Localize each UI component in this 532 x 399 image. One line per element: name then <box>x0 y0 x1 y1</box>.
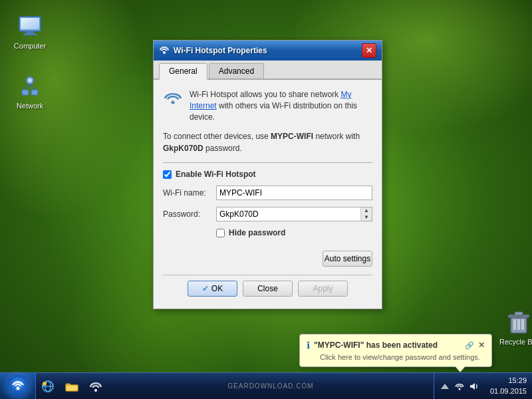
system-clock[interactable]: 15:29 01.09.2015 <box>485 376 532 396</box>
wifi-name-input[interactable] <box>216 186 372 200</box>
computer-icon-label: Computer <box>14 42 46 51</box>
svg-rect-6 <box>22 90 29 95</box>
dialog-bottom-buttons: ✔ OK Close Apply <box>163 275 372 299</box>
svg-point-27 <box>458 388 460 390</box>
auto-settings-row: Auto settings <box>163 251 372 267</box>
notification-header: ℹ "MYPC-WIFI" has been activated 🔗 ✕ <box>307 340 485 350</box>
notification-link-icon: 🔗 <box>465 341 474 350</box>
svg-rect-7 <box>31 90 38 95</box>
svg-line-9 <box>30 84 35 90</box>
clock-time: 15:29 <box>490 376 527 386</box>
svg-point-25 <box>94 389 97 392</box>
password-row: Password: ▲ ▼ <box>163 207 372 221</box>
spinner-up[interactable]: ▲ <box>361 207 372 214</box>
svg-line-8 <box>25 84 30 90</box>
password-label: Password: <box>163 209 216 219</box>
enable-hotspot-checkbox[interactable] <box>163 170 172 179</box>
start-orb-icon <box>6 374 30 398</box>
spinner-down[interactable]: ▼ <box>361 214 372 221</box>
wifi-signal-icon <box>163 89 183 122</box>
network-icon-label: Network <box>17 102 43 110</box>
desktop-icon-computer[interactable]: Computer <box>7 10 53 53</box>
section-divider <box>163 162 372 163</box>
enable-hotspot-label[interactable]: Enable Wi-Fi Hotspot <box>176 170 256 179</box>
connect-instructions: To connect other devices, use MYPC-WIFI … <box>163 130 372 154</box>
dialog-titlebar: Wi-Fi Hotspot Properties ✕ <box>154 41 382 61</box>
svg-rect-3 <box>26 31 34 33</box>
desktop: Computer Network Recyc <box>0 0 532 399</box>
taskbar-center: GearDownload.com <box>108 382 434 390</box>
svg-rect-13 <box>517 319 520 330</box>
password-spinner: ▲ ▼ <box>360 207 372 221</box>
notification-tooltip[interactable]: ℹ "MYPC-WIFI" has been activated 🔗 ✕ Cli… <box>299 334 492 367</box>
dialog-title: Wi-Fi Hotspot Properties <box>174 46 358 55</box>
svg-rect-16 <box>515 312 523 315</box>
svg-rect-4 <box>23 33 37 35</box>
close-button[interactable]: Close <box>243 281 293 297</box>
wifi-title-icon <box>159 45 170 56</box>
recycle-bin-label: Recycle Bin <box>499 338 532 346</box>
tray-arrow-icon <box>440 381 450 392</box>
apply-button[interactable]: Apply <box>298 281 348 297</box>
taskbar-folder-icon[interactable] <box>61 376 82 397</box>
password-input[interactable] <box>216 207 360 221</box>
desktop-icon-recycle[interactable]: Recycle Bin <box>495 306 532 349</box>
svg-point-23 <box>43 382 47 386</box>
hide-password-checkbox[interactable] <box>216 229 225 237</box>
hide-password-row: Hide password <box>216 228 372 237</box>
notification-body[interactable]: Click here to view/change password and s… <box>307 353 485 361</box>
wifi-name-label: Wi-Fi name: <box>163 188 216 198</box>
svg-rect-14 <box>521 319 524 330</box>
dialog-tabs: General Advanced <box>154 61 382 80</box>
svg-rect-2 <box>21 18 39 29</box>
svg-rect-24 <box>66 385 78 391</box>
svg-point-10 <box>28 78 32 82</box>
recycle-bin-icon <box>505 309 532 335</box>
ok-icon: ✔ <box>202 284 209 293</box>
auto-settings-button[interactable]: Auto settings <box>323 251 372 267</box>
info-description: Wi-Fi Hotspot allows you to share networ… <box>190 89 372 122</box>
taskbar-brand-text: GearDownload.com <box>227 382 313 390</box>
notification-info-icon: ℹ <box>307 340 310 350</box>
info-section: Wi-Fi Hotspot allows you to share networ… <box>163 89 372 122</box>
tray-volume-icon[interactable] <box>469 381 479 392</box>
svg-marker-26 <box>441 384 449 389</box>
taskbar-ie-icon[interactable] <box>37 376 59 397</box>
clock-date: 01.09.2015 <box>490 386 527 396</box>
svg-point-18 <box>172 101 175 104</box>
tab-general[interactable]: General <box>159 63 207 80</box>
tab-advanced[interactable]: Advanced <box>209 63 264 78</box>
wifi-hotspot-dialog: Wi-Fi Hotspot Properties ✕ General Advan… <box>153 40 382 309</box>
hide-password-label[interactable]: Hide password <box>229 228 285 237</box>
network-icon <box>17 72 43 99</box>
svg-rect-12 <box>513 319 516 330</box>
svg-marker-28 <box>470 383 475 390</box>
svg-point-19 <box>16 386 19 390</box>
taskbar: GearDownload.com 15:29 01.09.2015 <box>0 372 532 399</box>
svg-point-17 <box>163 51 166 54</box>
computer-icon <box>17 13 43 39</box>
taskbar-wifi-icon[interactable] <box>85 376 106 397</box>
notification-title: "MYPC-WIFI" has been activated <box>314 340 461 350</box>
notification-close-button[interactable]: ✕ <box>478 340 485 350</box>
dialog-body: Wi-Fi Hotspot allows you to share networ… <box>154 80 382 309</box>
desktop-icon-network[interactable]: Network <box>7 70 53 113</box>
dialog-close-button[interactable]: ✕ <box>362 43 376 58</box>
start-button[interactable] <box>0 373 36 400</box>
tray-wifi-icon[interactable] <box>454 381 465 392</box>
wifi-name-row: Wi-Fi name: <box>163 186 372 200</box>
system-tray <box>434 373 485 400</box>
ok-button[interactable]: ✔ OK <box>188 281 237 297</box>
enable-checkbox-row: Enable Wi-Fi Hotspot <box>163 170 372 179</box>
